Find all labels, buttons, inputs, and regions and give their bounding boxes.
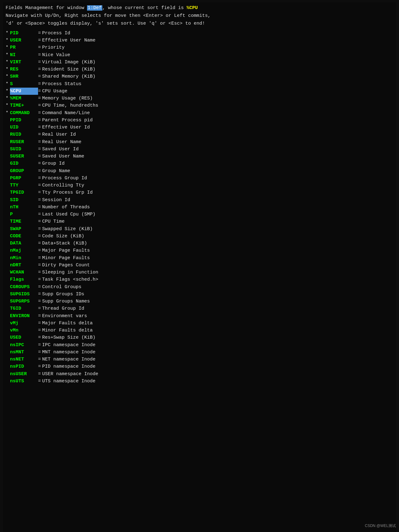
- field-desc: PID namespace Inode: [42, 363, 95, 370]
- field-desc: Code Size (KiB): [42, 233, 84, 240]
- field-name: ENVIRON: [10, 312, 38, 320]
- field-name: SWAP: [10, 225, 38, 233]
- field-name: nsUSER: [10, 370, 38, 378]
- field-row: *%MEM = Memory Usage (RES): [6, 95, 393, 102]
- field-row: *%CPU = CPU Usage: [6, 88, 393, 95]
- field-desc: Effective User Name: [42, 37, 95, 44]
- field-name: DATA: [10, 240, 38, 247]
- field-separator: =: [38, 349, 41, 356]
- field-separator: =: [38, 356, 41, 363]
- field-desc: Major Faults delta: [42, 320, 93, 327]
- field-row: SUID = Saved User Id: [6, 146, 393, 153]
- field-row: WCHAN = Sleeping in Function: [6, 269, 393, 276]
- field-row: nsPID = PID namespace Inode: [6, 363, 393, 370]
- field-desc: Virtual Image (KiB): [42, 59, 95, 66]
- field-desc: Process Id: [42, 30, 70, 37]
- field-row: RUID = Real User Id: [6, 131, 393, 138]
- field-desc: Minor Faults delta: [42, 327, 93, 334]
- title-suffix: , whose current sort field is: [102, 5, 187, 11]
- field-name: TIME+: [10, 102, 38, 109]
- field-row: SUSER = Saved User Name: [6, 153, 393, 160]
- field-row: CGROUPS = Control Groups: [6, 283, 393, 291]
- field-separator: =: [38, 262, 41, 269]
- field-asterisk: *: [6, 59, 9, 66]
- field-asterisk: *: [6, 102, 9, 109]
- field-separator: =: [38, 37, 41, 44]
- field-name: SID: [10, 196, 38, 204]
- field-separator: =: [38, 44, 41, 51]
- field-name: SUPGIDS: [10, 291, 38, 298]
- field-separator: =: [38, 59, 41, 66]
- field-row: TIME = CPU Time: [6, 218, 393, 225]
- field-desc: Major Page Faults: [42, 247, 90, 254]
- field-separator: =: [38, 131, 41, 138]
- field-desc: MNT namespace Inode: [42, 349, 95, 356]
- field-separator: =: [38, 51, 41, 59]
- field-asterisk: *: [6, 30, 9, 37]
- field-desc: Dirty Pages Count: [42, 262, 90, 269]
- field-separator: =: [38, 312, 41, 320]
- field-row: PGRP = Process Group Id: [6, 175, 393, 182]
- field-row: *TIME+ = CPU Time, hundredths: [6, 102, 393, 109]
- field-separator: =: [38, 370, 41, 378]
- field-separator: =: [38, 88, 41, 95]
- field-name: TPGID: [10, 189, 38, 196]
- field-name: nMin: [10, 254, 38, 262]
- field-row: *USER = Effective User Name: [6, 37, 393, 44]
- field-name: WCHAN: [10, 269, 38, 276]
- field-desc: Sleeping in Function: [42, 269, 98, 276]
- field-asterisk: *: [6, 66, 9, 73]
- field-name: TTY: [10, 182, 38, 189]
- field-row: CODE = Code Size (KiB): [6, 233, 393, 240]
- sort-field: %CPU: [187, 5, 198, 11]
- field-asterisk: *: [6, 109, 9, 117]
- field-name: SHR: [10, 73, 38, 80]
- field-desc: Control Groups: [42, 283, 81, 291]
- field-separator: =: [38, 305, 41, 312]
- field-asterisk: *: [6, 44, 9, 51]
- nav-line-1: Navigate with Up/Dn, Right selects for m…: [6, 12, 393, 19]
- field-desc: Thread Group Id: [42, 305, 84, 312]
- field-asterisk: *: [6, 80, 9, 88]
- field-name: SUPGRPS: [10, 298, 38, 305]
- field-row: GID = Group Id: [6, 160, 393, 167]
- field-row: nsUSER = USER namespace Inode: [6, 370, 393, 378]
- field-row: vMj = Major Faults delta: [6, 320, 393, 327]
- field-separator: =: [38, 378, 41, 385]
- field-name: PPID: [10, 117, 38, 124]
- field-separator: =: [38, 117, 41, 124]
- field-row: nTH = Number of Threads: [6, 204, 393, 211]
- field-separator: =: [38, 204, 41, 211]
- field-row: SID = Session Id: [6, 196, 393, 204]
- field-desc: Data+Stack (KiB): [42, 240, 87, 247]
- field-row: SUPGRPS = Supp Groups Names: [6, 298, 393, 305]
- field-name: P: [10, 211, 38, 218]
- field-row: GROUP = Group Name: [6, 167, 393, 175]
- title-bar: Fields Management for window 1:Def, whos…: [6, 4, 393, 12]
- field-separator: =: [38, 167, 41, 175]
- field-row: *PR = Priority: [6, 44, 393, 51]
- field-name: nDRT: [10, 262, 38, 269]
- field-separator: =: [38, 269, 41, 276]
- field-desc: Group Id: [42, 160, 65, 167]
- field-separator: =: [38, 138, 41, 146]
- field-asterisk: *: [6, 73, 9, 80]
- field-name: TIME: [10, 218, 38, 225]
- field-separator: =: [38, 334, 41, 341]
- field-name: PR: [10, 44, 38, 51]
- field-row: *SHR = Shared Memory (KiB): [6, 73, 393, 80]
- field-separator: =: [38, 189, 41, 196]
- field-desc: UTS namespace Inode: [42, 378, 95, 385]
- field-desc: Shared Memory (KiB): [42, 73, 95, 80]
- field-name: UID: [10, 124, 38, 131]
- field-desc: Parent Process pid: [42, 117, 93, 124]
- field-desc: Minor Page Faults: [42, 254, 90, 262]
- field-desc: Res+Swap Size (KiB): [42, 334, 95, 341]
- field-name: nTH: [10, 204, 38, 211]
- field-row: *COMMAND = Command Name/Line: [6, 109, 393, 117]
- field-name: RUID: [10, 131, 38, 138]
- field-desc: USER namespace Inode: [42, 370, 98, 378]
- field-name: GID: [10, 160, 38, 167]
- field-desc: Effective User Id: [42, 124, 90, 131]
- field-desc: Swapped Size (KiB): [42, 225, 93, 233]
